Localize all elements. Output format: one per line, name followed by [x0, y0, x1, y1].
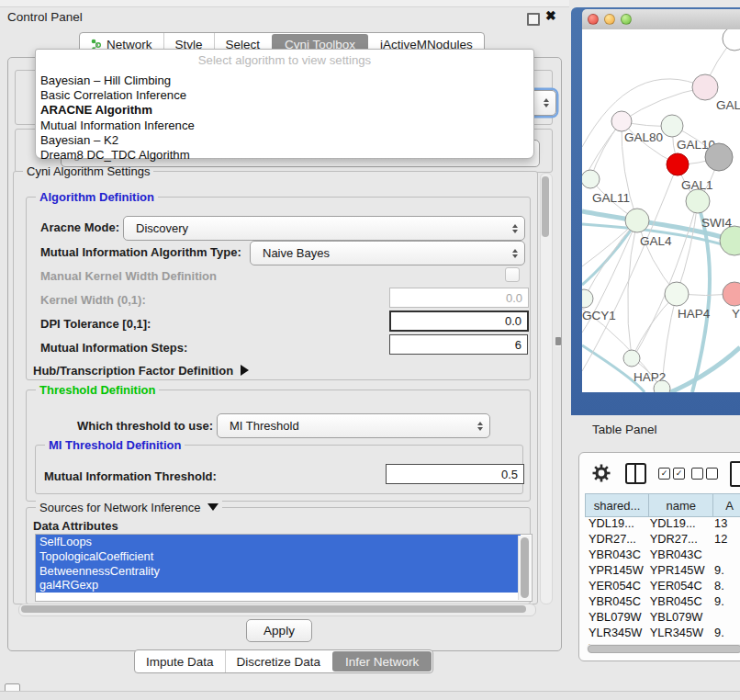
attribute-item-betweennesscentrality[interactable]: BetweennessCentrality [36, 564, 521, 579]
network-node[interactable] [705, 143, 733, 171]
column-header-name[interactable]: name [649, 494, 713, 517]
settings-vertical-scrollbar[interactable] [540, 173, 553, 604]
table-cell: YBR045C [646, 593, 711, 609]
network-edge [670, 347, 740, 392]
algorithm-option-basic-correlation-inference[interactable]: Basic Correlation Inference [40, 88, 529, 103]
tab-infer-network[interactable]: Infer Network [332, 651, 432, 672]
algorithm-option-aracne-algorithm[interactable]: ARACNE Algorithm [40, 103, 529, 118]
deselect-all-icon[interactable] [691, 468, 718, 480]
dpi-tolerance-label: DPI Tolerance [0,1]: [40, 317, 151, 331]
settings-horizontal-scrollbar[interactable] [18, 604, 536, 616]
table-cell: YPR145W [646, 562, 711, 578]
table-cell: YDR27... [585, 531, 646, 547]
manual-kernel-checkbox[interactable] [505, 267, 520, 282]
mi-algorithm-type-label: Mutual Information Algorithm Type: [40, 245, 241, 259]
close-window-icon[interactable] [588, 14, 599, 25]
table-cell: YDL19... [585, 515, 646, 531]
table-row[interactable]: YBL079WYBL079W [585, 609, 740, 625]
table-row[interactable]: YDR27...YDR27...12 [585, 531, 740, 547]
mi-steps-field[interactable]: 6 [389, 334, 528, 355]
zoom-window-icon[interactable] [621, 14, 632, 25]
application-window: Control Panel ✖ NetworkStyleSelectCyni T… [0, 0, 740, 700]
node-label: Y [732, 307, 740, 321]
table-row[interactable]: YDL19...YDL19...13 [585, 515, 740, 531]
list-scrollbar[interactable] [518, 536, 531, 600]
table-panel-title: Table Panel [592, 423, 657, 436]
algorithm-option-bayesian-hill-climbing[interactable]: Bayesian – Hill Climbing [40, 73, 529, 88]
float-panel-icon[interactable] [527, 13, 540, 26]
node-label: GAL [716, 98, 740, 112]
attribute-item-selfloops[interactable]: SelfLoops [36, 535, 521, 549]
network-node[interactable] [723, 29, 740, 51]
which-threshold-label: Which threshold to use: [77, 419, 213, 433]
network-canvas[interactable]: GALGAL80GAL10GAL1GAL11GAL4SWI4GCY1HAP4YH… [582, 29, 740, 392]
mi-algorithm-type-combo[interactable]: Naive Bayes [250, 241, 525, 265]
which-threshold-combo[interactable]: MI Threshold [217, 413, 490, 438]
mi-threshold-field[interactable]: 0.5 [386, 464, 524, 484]
network-node-gal4[interactable] [625, 209, 649, 232]
network-node-gal[interactable] [692, 74, 718, 100]
algorithm-option-bayesian-k2[interactable]: Bayesian – K2 [40, 133, 529, 148]
manual-kernel-label: Manual Kernel Width Definition [40, 269, 217, 283]
network-node[interactable] [667, 153, 689, 175]
tab-impute-data[interactable]: Impute Data [135, 650, 225, 672]
column-header-a[interactable]: A [713, 494, 740, 517]
table-cell: YLR345W [585, 625, 646, 640]
table-row[interactable]: YER054CYER054C8. [585, 578, 740, 593]
dpi-tolerance-field[interactable]: 0.0 [389, 310, 529, 332]
table-cell: 8. [711, 578, 740, 593]
network-graph: GALGAL80GAL10GAL1GAL11GAL4SWI4GCY1HAP4YH… [582, 29, 740, 392]
network-node-hap4[interactable] [665, 282, 689, 306]
close-panel-icon[interactable]: ✖ [545, 8, 556, 23]
network-node-y[interactable] [723, 282, 740, 306]
column-layout-icon[interactable] [625, 463, 646, 484]
network-window-titlebar[interactable] [582, 9, 740, 30]
node-label: GCY1 [582, 309, 616, 322]
kernel-width-field[interactable]: 0.0 [389, 288, 529, 308]
threshold-definition-title: Threshold Definition [36, 383, 159, 397]
algorithm-option-dream8-dc-tdc-algorithm[interactable]: Dream8 DC_TDC Algorithm [40, 148, 529, 163]
table-cell: YLR345W [646, 625, 711, 640]
algorithm-definition-title: Algorithm Definition [36, 190, 158, 204]
table-horizontal-scrollbar[interactable] [587, 644, 740, 652]
data-attributes-label: Data Attributes [33, 519, 118, 533]
table-row[interactable]: YLR345WYLR345W9. [585, 625, 740, 640]
table-cell: YPR145W [585, 562, 646, 578]
network-node-gal80[interactable] [611, 111, 632, 131]
panel-divider-handle[interactable] [555, 337, 561, 345]
hub-definition-toggle[interactable]: Hub/Transcription Factor Definition [33, 364, 249, 378]
select-all-icon[interactable]: ✓✓ [658, 468, 685, 480]
attribute-item-gal4rgexp[interactable]: gal4RGexp [36, 578, 521, 593]
mi-steps-label: Mutual Information Steps: [40, 341, 187, 355]
settings-gear-icon[interactable] [592, 464, 611, 482]
network-node[interactable] [654, 380, 670, 392]
data-attributes-list[interactable]: SelfLoopsTopologicalCoefficientBetweenne… [35, 534, 533, 602]
function-builder-icon[interactable] [730, 461, 740, 487]
table-cell: 12 [711, 531, 740, 547]
network-node-gal11[interactable] [582, 170, 600, 188]
aracne-mode-combo[interactable]: Discovery [123, 216, 525, 241]
column-header-shared[interactable]: shared... [586, 494, 649, 517]
apply-button[interactable]: Apply [246, 619, 312, 642]
node-table: shared...nameA [585, 493, 740, 517]
algorithm-option-mutual-information-inference[interactable]: Mutual Information Inference [40, 119, 529, 133]
table-cell: 13 [711, 515, 740, 531]
table-cell: 9. [711, 593, 740, 609]
table-row[interactable]: YBR043CYBR043C [585, 547, 740, 562]
collapse-arrow-icon [207, 503, 219, 511]
node-label: GAL1 [681, 178, 713, 192]
sources-group-title[interactable]: Sources for Network Inference [36, 501, 222, 514]
attribute-item-topologicalcoefficient[interactable]: TopologicalCoefficient [36, 549, 521, 564]
network-node-gcy1[interactable] [582, 289, 593, 308]
network-node-gal10[interactable] [661, 115, 683, 137]
table-cell: YBR045C [585, 593, 646, 609]
tab-discretize-data[interactable]: Discretize Data [225, 650, 332, 672]
network-node-gal1[interactable] [686, 189, 710, 213]
network-node-hap2[interactable] [623, 350, 640, 367]
table-row[interactable]: YPR145WYPR145W9. [585, 562, 740, 578]
table-row[interactable]: YBR045CYBR045C9. [585, 593, 740, 609]
network-node-swi4[interactable] [720, 226, 740, 255]
node-label: GAL4 [640, 234, 672, 248]
combo-stepper-icon [477, 422, 483, 431]
minimize-window-icon[interactable] [604, 14, 615, 25]
